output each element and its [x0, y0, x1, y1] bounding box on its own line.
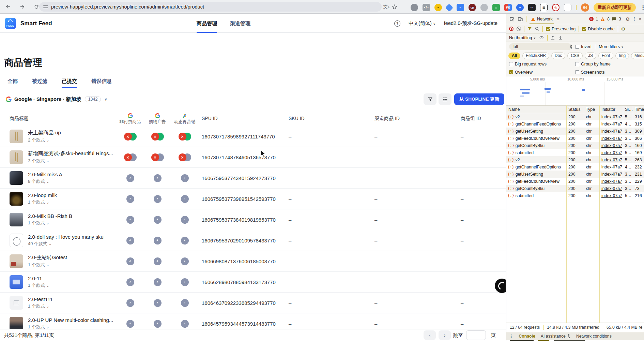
inspect-element-icon[interactable] — [509, 16, 515, 22]
variant-count-toggle[interactable]: 1 个款式 ⌄ — [28, 199, 57, 205]
extension-icon[interactable]: ⌂ — [492, 4, 500, 11]
filter-funnel-icon[interactable] — [527, 27, 532, 31]
network-option-checkbox[interactable]: Group by frame — [575, 62, 641, 66]
extension-icon[interactable]: ✦ — [516, 4, 524, 11]
resource-type-chip[interactable]: Img — [615, 53, 629, 59]
browser-menu-icon[interactable]: ⋮ — [640, 4, 644, 11]
resource-type-chip[interactable]: Font — [598, 53, 613, 59]
extension-icon[interactable] — [411, 4, 418, 11]
network-request-row[interactable]: { : }submitted 200 xhr index-07a7 5… 169 — [506, 149, 644, 156]
extension-icon[interactable]: ◖◗ — [528, 4, 536, 11]
language-selector[interactable]: 中文(简体) ∨ — [409, 20, 436, 27]
next-page-button[interactable]: › — [439, 330, 451, 340]
extension-icon[interactable]: ▦ — [540, 4, 548, 11]
bookmark-star-icon[interactable] — [391, 3, 398, 10]
network-request-row[interactable]: { : }getCountBySku 200 xhr index-07a7 3…… — [506, 185, 644, 192]
record-network-log-icon[interactable] — [509, 27, 513, 31]
resource-type-chip[interactable]: Doc — [551, 53, 565, 59]
variant-count-toggle[interactable]: 3 个款式 ⌄ — [28, 158, 113, 164]
network-column-header[interactable]: Name — [506, 107, 566, 112]
more-filters-dropdown[interactable]: More filters ▼ — [599, 44, 624, 49]
devtools-network-tab[interactable]: Network — [530, 14, 554, 24]
network-request-row[interactable]: { : }getUserSetting 200 xhr index-07a7 3… — [506, 128, 644, 135]
devtools-close-icon[interactable]: × — [639, 17, 641, 21]
page-tab[interactable]: 被过滤 — [32, 78, 47, 88]
issues-badge-icon[interactable] — [612, 17, 616, 21]
request-initiator-link[interactable]: index-07a7 — [599, 136, 623, 141]
variant-count-toggle[interactable]: 49 个款式 ⌄ — [28, 241, 104, 247]
extension-icon[interactable]: FE — [504, 4, 512, 11]
product-row[interactable]: 未上架商品-up 2 个款式 ⌄ × × × 16073071785989927… — [0, 126, 506, 147]
product-row[interactable]: 2.0-11 1 个款式 ⌄ × × × 1606628980788598413… — [0, 272, 506, 293]
network-request-row[interactable]: { : }getUserSetting 200 xhr index-07a7 3… — [506, 170, 644, 178]
resource-type-chip[interactable]: CSS — [567, 53, 583, 59]
extension-icon[interactable]: ✓ — [457, 4, 464, 11]
address-bar[interactable]: preview-happyfeed.preview.myshopline.com… — [39, 2, 382, 12]
variant-count-toggle[interactable]: 1 个款式 ⌄ — [28, 303, 53, 309]
request-initiator-link[interactable]: index-07a7 — [599, 122, 623, 127]
page-tab[interactable]: 已提交 — [62, 78, 77, 88]
network-column-header[interactable]: Si… — [623, 107, 633, 112]
product-row[interactable]: 2.0-loop milk 1 个款式 ⌄ × × × 160675953773… — [0, 189, 506, 209]
network-column-header[interactable]: Initiator — [599, 107, 623, 112]
network-request-row[interactable]: { : }getChannelFeedOptions 200 xhr index… — [506, 120, 644, 128]
network-option-checkbox[interactable]: Screenshots — [575, 70, 641, 75]
app-nav-tab[interactable]: 渠道管理 — [230, 14, 250, 33]
drawer-tab-ai-assistance[interactable]: AI assistance — [541, 334, 571, 339]
extension-icon[interactable]: </> — [423, 4, 430, 11]
translate-icon[interactable]: 文A — [383, 3, 390, 10]
product-row[interactable]: 2.0-主站转Gotest 1 个款式 ⌄ × × × 160669808713… — [0, 251, 506, 272]
network-option-checkbox[interactable]: Big request rows — [509, 62, 575, 66]
variant-count-toggle[interactable]: 1 个款式 ⌄ — [28, 282, 49, 288]
network-column-header[interactable]: Status — [566, 107, 584, 112]
network-request-row[interactable]: { : }getFeedCountOverview 200 xhr index-… — [506, 178, 644, 185]
request-initiator-link[interactable]: index-07a7 — [599, 158, 623, 162]
request-initiator-link[interactable]: index-07a7 — [599, 186, 623, 191]
prev-page-button[interactable]: ‹ — [424, 330, 436, 340]
resource-type-chip[interactable]: All — [508, 53, 520, 59]
devtools-menu-icon[interactable]: ⋮ — [632, 16, 637, 21]
request-initiator-link[interactable]: index-07a7 — [599, 165, 623, 169]
drawer-tab-network-conditions[interactable]: Network conditions — [576, 334, 612, 339]
network-request-row[interactable]: { : }getCountBySku 200 xhr index-07a7 3…… — [506, 142, 644, 149]
network-request-row[interactable]: { : }getFeedCountOverview 200 xhr index-… — [506, 135, 644, 142]
resource-type-chip[interactable]: Fetch/XHR — [522, 53, 549, 59]
request-initiator-link[interactable]: index-07a7 — [599, 179, 623, 184]
site-settings-icon[interactable] — [43, 5, 48, 9]
request-initiator-link[interactable]: index-07a7 — [599, 193, 623, 198]
network-request-row[interactable]: { : }getChannelFeedOptions 200 xhr index… — [506, 163, 644, 170]
device-toolbar-icon[interactable] — [518, 16, 523, 22]
network-overview-timeline[interactable]: 5,000 ms 10,000 ms 15,000 ms — [506, 76, 644, 106]
preserve-log-checkbox[interactable]: Preserve log — [546, 27, 576, 31]
variant-count-toggle[interactable]: 8 个款式 ⌄ — [28, 178, 62, 184]
warning-badge-icon[interactable] — [600, 17, 605, 21]
filter-button[interactable] — [424, 93, 436, 105]
extension-icon[interactable] — [445, 3, 453, 12]
column-settings-button[interactable] — [439, 93, 451, 105]
extension-icon[interactable]: cp — [469, 4, 476, 11]
import-har-icon[interactable] — [551, 35, 555, 40]
product-row[interactable]: 新增商品测试-多sku-beautiful Rings... 3 个款式 ⌄ ×… — [0, 147, 506, 168]
drawer-tab-console[interactable]: Console — [519, 334, 535, 339]
network-conditions-icon[interactable] — [539, 36, 544, 40]
page-tab[interactable]: 错误信息 — [91, 78, 112, 88]
request-initiator-link[interactable]: index-07a7 — [599, 172, 623, 177]
extension-icon[interactable] — [564, 4, 571, 11]
devtools-settings-icon[interactable]: ⚙ — [626, 16, 630, 22]
page-jump-input[interactable] — [466, 330, 486, 340]
variant-count-toggle[interactable]: 1 个款式 ⌄ — [28, 262, 67, 268]
network-filter-input[interactable] — [513, 44, 568, 49]
clear-filter-icon[interactable]: × — [570, 45, 572, 49]
network-settings-icon[interactable]: ⚙ — [621, 26, 626, 32]
browser-profile-avatar[interactable]: 04 — [581, 3, 589, 12]
error-badge-icon[interactable]: × — [589, 17, 594, 21]
more-panels-icon[interactable]: » — [557, 17, 559, 21]
variant-count-toggle[interactable]: 1 个款式 ⌄ — [28, 220, 72, 226]
browser-update-button[interactable]: 重新启动即可更新 — [594, 3, 636, 12]
help-icon[interactable]: ? — [394, 20, 400, 27]
channel-filter[interactable]: Google · Singapore · 新加坡 1342 ∨ — [6, 93, 107, 105]
disable-cache-checkbox[interactable]: Disable cache — [582, 27, 615, 31]
request-initiator-link[interactable]: index-07a7 — [599, 143, 623, 148]
app-nav-tab[interactable]: 商品管理 — [197, 14, 217, 33]
product-row[interactable]: 2.0-Milk miss A 8 个款式 ⌄ × × × 1606759537… — [0, 168, 506, 189]
